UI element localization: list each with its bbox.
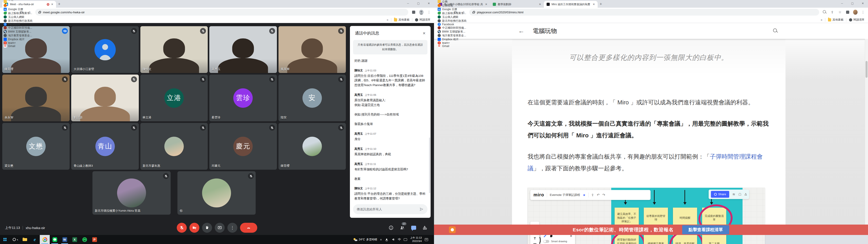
participant-tile[interactable]: 陳怡文	[141, 26, 208, 73]
minimize-button[interactable]: ─	[837, 0, 847, 7]
chat-messages[interactable]: 好的 謝謝 陳怡文上午11:03 請問主任:目前小學階段，111學年度1至4年級…	[350, 55, 431, 202]
more-options-button[interactable]: ⋮	[227, 223, 237, 233]
bookmark-item[interactable]: 中正國防幹部預備...	[4, 26, 33, 30]
close-tab-icon[interactable]: ✕	[593, 3, 595, 6]
mic-toggle-button[interactable]	[177, 223, 187, 233]
participant-tile[interactable]: 立港 林立港	[141, 74, 208, 121]
profile-avatar[interactable]	[419, 10, 424, 14]
bookmark-item[interactable]: 玉山個人網銀	[438, 15, 467, 19]
activities-icon[interactable]	[422, 225, 428, 231]
bookmark-item[interactable]: 中正國防幹部預備...	[438, 26, 467, 30]
bookmark-star-icon[interactable]: ☆	[838, 10, 842, 14]
bookmarks-overflow-icon[interactable]: »	[821, 18, 822, 22]
taskbar-app-icon[interactable]	[0, 235, 10, 244]
browser-tab[interactable]: Miro 遠距工作開視覺會議的免費 ✕	[544, 1, 598, 8]
taskbar-app-icon[interactable]	[90, 235, 99, 244]
participant-tile[interactable]: 新北市德拉楠實小Yumin Akira 世昌	[92, 171, 170, 215]
scrollbar-thumb[interactable]	[866, 61, 868, 78]
minimize-button[interactable]: ─	[403, 0, 413, 7]
participant-tile[interactable]: 大崁國小江姿瑩	[71, 26, 138, 73]
bookmark-item[interactable]: 玉山個人網銀	[4, 15, 33, 19]
course-list-button[interactable]: 點擊查看課程清單	[682, 225, 729, 234]
participant-tile[interactable]: 青山 青山線上教師3	[71, 123, 138, 170]
bookmark-item[interactable]: M Gmail	[438, 44, 467, 48]
help-icon[interactable]: ☖	[739, 192, 741, 196]
bookmark-item[interactable]: 線上簽核及檔案管...	[4, 11, 33, 15]
participant-tile[interactable]: 雲珍 蔡雲珍	[209, 74, 277, 121]
bookmark-item[interactable]: 新北市校務行政系統	[438, 19, 467, 23]
send-icon[interactable]	[419, 207, 424, 211]
close-tab-icon[interactable]: ✕	[539, 3, 541, 6]
participant-tile[interactable]: 你	[178, 171, 256, 215]
bell-icon[interactable]: Δ	[745, 192, 747, 196]
close-chat-icon[interactable]: ✕	[423, 31, 426, 35]
bookmark-item[interactable]: 地方教育發展基金...	[4, 34, 33, 37]
back-arrow-icon[interactable]: ←	[518, 27, 524, 35]
menu-dots-icon[interactable]: ⋮	[861, 10, 865, 14]
close-tab-icon[interactable]: ✕	[485, 3, 487, 6]
extensions-icon[interactable]	[411, 10, 416, 14]
bookmark-item[interactable]: t team+	[4, 41, 33, 44]
menu-dots-icon[interactable]: ⋮	[427, 10, 431, 14]
page-scrollbar[interactable]	[865, 39, 868, 224]
promo-banner[interactable]: Esor的數位筆記術、時間管理課程，歡迎報名 點擊查看課程清單	[434, 224, 868, 235]
share-icon[interactable]: ⇪	[830, 10, 835, 14]
new-tab-button[interactable]: +	[56, 1, 62, 7]
ime-indicator[interactable]: 中	[398, 238, 401, 242]
address-bar[interactable]: playpcesor.com/2020/03/miro.html	[469, 9, 819, 16]
other-bookmarks[interactable]: 其他書籤	[828, 18, 843, 22]
taskbar-app-icon[interactable]	[50, 235, 60, 244]
maximize-button[interactable]: ▢	[413, 0, 424, 7]
taskbar-app-icon[interactable]	[30, 235, 40, 244]
undo-icon[interactable]: ↶	[597, 193, 600, 197]
bookmark-item[interactable]: 地方教育發展基金...	[438, 34, 467, 37]
smart-drawing-toggle[interactable]	[544, 240, 549, 243]
extensions-icon[interactable]	[845, 10, 850, 14]
redo-icon[interactable]: ↷	[602, 193, 605, 197]
close-tab-icon[interactable]: ✕	[51, 3, 53, 6]
taskbar-app-icon[interactable]	[40, 235, 50, 244]
bookmark-item[interactable]: f Facebook	[4, 23, 33, 26]
bookmark-item[interactable]: BMW 互聯駕駛客...	[4, 30, 33, 34]
bookmark-item[interactable]: t team+	[438, 41, 467, 44]
close-button[interactable]: ✕	[424, 0, 434, 7]
volume-icon[interactable]	[391, 238, 395, 241]
touch-keyboard-icon[interactable]	[404, 238, 407, 241]
tray-expand-icon[interactable]: ∧	[380, 238, 382, 241]
tab-meet[interactable]: Meet - xhu-hwka-oir ✕	[2, 1, 56, 8]
participant-tile[interactable]: 風英輝	[278, 26, 346, 73]
maximize-button[interactable]: ▢	[847, 0, 858, 7]
profile-avatar[interactable]	[853, 10, 858, 14]
present-screen-button[interactable]	[215, 223, 225, 233]
bookmark-item[interactable]: 31 Google 日曆	[4, 7, 33, 11]
close-button[interactable]: ✕	[858, 0, 868, 7]
bookmark-item[interactable]: Dropbox 相片	[438, 37, 467, 41]
participant-tile[interactable]: 文懋 梁文懋	[2, 123, 70, 170]
chat-scrollbar[interactable]	[429, 138, 430, 193]
taskbar-app-icon[interactable]	[20, 235, 30, 244]
favorite-star-icon[interactable]: ★	[583, 193, 586, 197]
settings-sliders-icon[interactable]: ≋	[733, 192, 735, 196]
taskbar-app-icon[interactable]	[60, 235, 70, 244]
taskbar-app-icon[interactable]	[70, 235, 80, 244]
zoom-icon[interactable]	[822, 10, 827, 14]
bookmarks-overflow-icon[interactable]: »	[387, 18, 388, 22]
text-tool-icon[interactable]: T	[534, 236, 536, 240]
taskbar-app-icon[interactable]	[10, 235, 20, 244]
participant-tile[interactable]: 劉上源	[71, 74, 138, 121]
bookmark-item[interactable]: Dropbox 相片	[4, 37, 33, 41]
browser-tab[interactable]: 教學規劃師 ✕	[490, 1, 544, 8]
bookmark-item[interactable]: 31 Google 日曆	[438, 7, 467, 11]
weather-widget[interactable]: 24°C 多雲時晴	[353, 238, 377, 242]
participant-tile[interactable]: 慶元 邱慶元	[209, 123, 277, 170]
bookmark-item[interactable]: 線上簽核及檔案管...	[438, 11, 467, 15]
meeting-details-icon[interactable]	[388, 225, 394, 231]
clock[interactable]: 上午 11:132022/3/4	[410, 236, 422, 243]
taskbar-app-icon[interactable]	[80, 235, 90, 244]
bookmark-item[interactable]: BMW 互聯駕駛客...	[438, 30, 467, 34]
reading-list[interactable]: 閱讀清單	[415, 18, 430, 22]
browser-tab[interactable]: 青山國中小聯合10所社群學校 共 ✕	[436, 1, 490, 8]
action-center-icon[interactable]	[425, 238, 428, 241]
camera-toggle-button[interactable]	[189, 223, 199, 233]
search-icon[interactable]	[773, 28, 778, 33]
